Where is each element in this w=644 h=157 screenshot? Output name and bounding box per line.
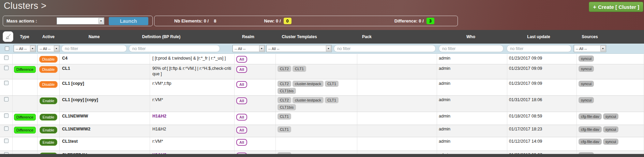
cluster-template-tag: CLT1	[293, 66, 306, 72]
difference-stat: Difference: 0 / 3	[394, 18, 434, 24]
footer-strip	[0, 154, 644, 157]
definition-filter-input[interactable]	[129, 45, 220, 52]
pack-filter-input[interactable]	[334, 45, 436, 52]
definition-cell: H1&H2	[150, 125, 235, 137]
type-cell	[13, 96, 38, 112]
last-update-cell: 01/12/2017 14:09	[507, 137, 577, 151]
source-tag: cfg-file-dav	[579, 126, 602, 132]
realm-badge: All	[236, 127, 247, 134]
who-cell: admin	[437, 112, 507, 125]
column-header: Type	[20, 34, 29, 39]
column-header: Definition (BP Rule)	[142, 34, 180, 39]
realm-badge: All	[236, 97, 247, 104]
source-tag: cfg-file-dav	[579, 113, 602, 120]
cluster-templates-cell: CLT2cluster-testpackCLT1CLT1bis	[276, 79, 357, 95]
type-filter-select[interactable]: -- All -- ▼	[14, 45, 36, 52]
cluster-templates-cell: CLT1	[276, 125, 357, 137]
active-cell: Enable	[38, 137, 60, 151]
realm-badge: All	[236, 66, 247, 73]
source-tag: syncui	[603, 139, 618, 145]
chevron-down-icon: ▼	[259, 46, 264, 51]
row-checkbox[interactable]	[4, 81, 9, 85]
row-select-cell	[0, 112, 13, 125]
row-select-cell	[0, 125, 13, 137]
name-cell: CL1 [copy] [copy]	[60, 96, 150, 112]
cluster-name: CL1 [copy]	[61, 81, 84, 86]
clear-filters-button[interactable]	[3, 31, 13, 42]
row-checkbox[interactable]	[4, 113, 9, 118]
name-cell: C4	[60, 54, 150, 64]
type-badge: Difference	[14, 127, 36, 134]
table-row: EnableCL1testr:VM*Alladmin01/12/2017 14:…	[0, 137, 644, 151]
last-update-filter-input[interactable]	[507, 45, 571, 52]
definition-cell: H1&H2	[150, 112, 235, 125]
sources-cell: syncui	[577, 64, 644, 79]
mass-actions-select[interactable]: ▼	[57, 17, 104, 25]
row-select-cell	[0, 64, 13, 79]
who-cell: admin	[437, 125, 507, 137]
column-header: Sources	[582, 34, 598, 39]
type-cell	[13, 54, 38, 64]
mass-actions-label: Mass actions :	[6, 18, 37, 23]
realm-filter-select[interactable]: -- All -- ▼	[233, 45, 265, 52]
row-checkbox[interactable]	[4, 126, 9, 131]
chevron-down-icon: ▼	[30, 46, 35, 51]
nb-elements-stat: Nb Elements: 0 / 8	[174, 18, 216, 23]
definition-text: r:VM*	[152, 97, 163, 103]
last-update-text: 01/18/2017 08:59	[509, 113, 542, 119]
source-tag: syncui	[579, 56, 594, 62]
cluster-name: CL1test	[61, 139, 78, 144]
cluster-templates-cell: CLT1	[276, 112, 357, 125]
table-row: DifferenceDisableCL190% of:[ [t:ftp & r:…	[0, 64, 644, 79]
table-row: DifferenceEnableCL1NEWWWH1&H2AllCLT1admi…	[0, 112, 644, 125]
type-cell	[13, 137, 38, 151]
realm-cell: All	[235, 64, 276, 79]
name-cell: CL1 [copy]	[60, 79, 150, 95]
source-tag: syncui	[579, 81, 594, 87]
active-filter-select[interactable]: -- All -- ▼	[38, 45, 60, 52]
cluster-template-tag: CLT1	[325, 97, 339, 103]
table-header: TypeActiveNameDefinition (BP Rule)RealmC…	[0, 30, 644, 44]
select-all-checkbox[interactable]	[5, 46, 9, 51]
create-cluster-button[interactable]: + Create [ Cluster ]	[589, 2, 643, 12]
row-checkbox[interactable]	[4, 56, 9, 60]
column-header: Who	[466, 34, 475, 39]
row-checkbox[interactable]	[4, 139, 9, 143]
active-badge: Disable	[39, 81, 58, 88]
cluster-template-tag: CLT1	[278, 126, 291, 132]
sources-cell: syncui	[577, 96, 644, 112]
row-checkbox[interactable]	[4, 97, 9, 101]
cluster-template-tag: CLT1bis	[278, 88, 296, 94]
name-filter-input[interactable]	[61, 45, 127, 52]
cluster-name: CL1NEWWW2	[61, 126, 90, 132]
cluster-templates-filter-select[interactable]: -- All -- ▼	[266, 45, 332, 52]
realm-cell: All	[235, 54, 276, 64]
who-cell: admin	[437, 54, 507, 64]
page-title: Clusters >	[4, 1, 46, 11]
name-cell: CL1NEWWW2	[60, 125, 150, 137]
table-body: DisableC4[ [t:prod & t:windows] & [r:*_f…	[0, 54, 644, 157]
last-update-text: 01/17/2017 18:23	[509, 126, 542, 132]
row-checkbox[interactable]	[4, 66, 9, 70]
who-filter-input[interactable]	[439, 45, 504, 52]
pack-cell	[357, 64, 437, 79]
type-cell: Difference	[13, 125, 38, 137]
who-text: admin	[439, 81, 450, 86]
sources-filter-select[interactable]: -- All -- ▼	[574, 45, 606, 52]
nb-elements-label: Nb Elements: 0 /	[174, 18, 209, 23]
who-cell: admin	[437, 79, 507, 95]
column-header: Realm	[242, 34, 254, 39]
type-filter-value: -- All --	[14, 47, 30, 51]
realm-badge: All	[236, 114, 247, 121]
row-select-cell	[0, 54, 13, 64]
who-text: admin	[439, 56, 450, 61]
definition-text: 90% of:[ [t:ftp & r:^VM.] | r:^H.$,check…	[152, 66, 233, 77]
last-update-cell: 01/17/2017 18:23	[507, 125, 577, 137]
pack-cell	[357, 79, 437, 95]
cluster-template-tag: CLT2	[278, 97, 291, 103]
cluster-name: CL1 [copy] [copy]	[61, 97, 98, 103]
pack-cell	[357, 125, 437, 137]
launch-button[interactable]: Launch	[109, 17, 148, 25]
plus-icon: +	[593, 4, 596, 10]
active-cell: Disable	[38, 54, 60, 64]
